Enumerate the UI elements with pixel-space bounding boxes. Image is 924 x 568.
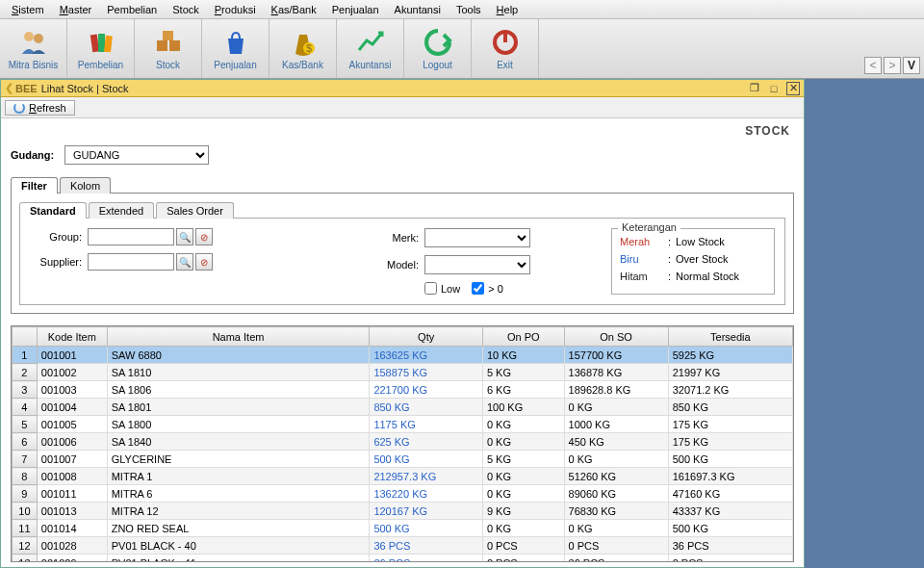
menu-produksi[interactable]: Produksi [207,2,264,17]
stock-table: Kode ItemNama ItemQtyOn POOn SOTersedia … [12,326,793,561]
menu-penjualan[interactable]: Penjualan [324,2,387,17]
people-icon [18,27,49,58]
toolbar-logout[interactable]: Logout [404,19,472,78]
table-row[interactable]: 3001003SA 1806221700 KG6 KG189628.8 KG32… [13,381,793,399]
power-icon [490,27,521,58]
bee-logo: BEE [15,83,38,94]
back-arrow-icon[interactable]: ❮ [5,82,13,94]
table-row[interactable]: 5001005SA 18001175 KG0 KG1000 KG175 KG [13,416,793,433]
table-row[interactable]: 1001001SAW 6880163625 KG10 KG157700 KG59… [13,347,793,364]
nav-next-button[interactable]: > [884,57,901,74]
menu-kas/bank[interactable]: Kas/Bank [264,2,324,17]
supplier-label: Supplier: [30,256,88,268]
table-row[interactable]: 9001011MITRA 6136220 KG0 KG89060 KG47160… [13,485,793,503]
group-search-button[interactable]: 🔍 [176,228,193,245]
svg-rect-6 [169,40,180,51]
legend-row: Merah:Low Stock [620,233,766,250]
merk-select[interactable] [424,228,530,247]
toolbar-stock[interactable]: Stock [135,19,202,78]
supplier-input[interactable] [88,253,174,271]
refresh-button[interactable]: Refresh [5,100,75,116]
minimize-icon[interactable]: ❐ [748,82,761,95]
menu-sistem[interactable]: Sistem [4,2,52,17]
gudang-select[interactable]: GUDANG [64,145,209,165]
col-header[interactable]: Qty [370,327,483,347]
close-icon[interactable]: ✕ [786,82,800,95]
menu-help[interactable]: Help [489,2,526,17]
toolbar-mitra-bisnis[interactable]: Mitra Bisnis [0,19,67,78]
menu-pembelian[interactable]: Pembelian [99,2,165,17]
action-bar: Refresh [1,97,804,118]
table-row[interactable]: 8001008MITRA 1212957.3 KG0 KG51260 KG161… [13,468,793,485]
books-icon [86,27,116,58]
supplier-clear-button[interactable]: ⊘ [195,253,213,271]
svg-point-1 [34,34,43,43]
toolbar-penjualan[interactable]: Penjualan [202,19,270,78]
svg-rect-5 [157,40,167,51]
supplier-search-button[interactable]: 🔍 [176,253,193,271]
svg-rect-7 [163,31,173,40]
maximize-icon[interactable]: □ [767,82,781,95]
menubar: SistemMasterPembelianStockProduksiKas/Ba… [0,0,924,19]
toolbar-kas-bank[interactable]: $Kas/Bank [270,19,337,78]
legend-row: Biru:Over Stock [620,250,766,268]
stock-panel: ❮ BEE Lihat Stock | Stock ❐ □ ✕ Refresh … [0,79,805,568]
table-row[interactable]: 10001013MITRA 12120167 KG9 KG76830 KG433… [13,503,793,520]
table-row[interactable]: 11001014ZNO RED SEAL500 KG0 KG0 KG500 KG [13,520,793,537]
side-strip [805,79,924,568]
col-header[interactable]: Nama Item [107,327,370,347]
low-checkbox[interactable] [424,282,437,295]
nav-v-button[interactable]: V [903,57,920,74]
menu-stock[interactable]: Stock [165,2,207,17]
svg-rect-2 [90,35,98,53]
menu-tools[interactable]: Tools [449,2,489,17]
table-row[interactable]: 2001002SA 1810158875 KG5 KG136878 KG2199… [13,364,793,381]
table-scroll[interactable]: Kode ItemNama ItemQtyOn POOn SOTersedia … [12,326,793,561]
gt0-checkbox[interactable] [472,282,484,295]
table-row[interactable]: 13001029PV01 BLACK - 4136 PCS0 PCS36 PCS… [13,555,793,562]
table-row[interactable]: 12001028PV01 BLACK - 4036 PCS0 PCS0 PCS3… [13,537,793,555]
legend-row: Hitam:Normal Stock [620,268,766,285]
low-label: Low [441,283,460,295]
gt0-label: > 0 [488,283,503,295]
table-row[interactable]: 7001007GLYCERINE500 KG5 KG0 KG500 KG [13,451,793,468]
table-row[interactable]: 4001004SA 1801850 KG100 KG0 KG850 KG [13,399,793,416]
table-row[interactable]: 6001006SA 1840625 KG0 KG450 KG175 KG [13,433,793,451]
col-header[interactable]: On SO [564,327,668,347]
refresh-icon [13,102,25,114]
menu-akuntansi[interactable]: Akuntansi [387,2,449,17]
svg-point-0 [24,32,34,41]
nav-prev-button[interactable]: < [864,57,882,74]
bag-icon [220,27,251,58]
model-select[interactable] [424,255,530,274]
toolbar-exit[interactable]: Exit [472,19,539,78]
col-header[interactable]: Tersedia [668,327,792,347]
panel-title: Lihat Stock | Stock [41,83,129,94]
col-header[interactable]: On PO [482,327,564,347]
inner-tabstrip: Standard Extended Sales Order [19,201,785,219]
tab-filter[interactable]: Filter [11,177,58,194]
tab-sales-order[interactable]: Sales Order [156,202,234,219]
group-input[interactable] [88,228,174,245]
tab-kolom[interactable]: Kolom [60,177,111,194]
toolbar-pembelian[interactable]: Pembelian [67,19,135,78]
tab-standard[interactable]: Standard [19,202,87,219]
col-header[interactable]: Kode Item [37,327,107,347]
boxes-icon [153,27,184,58]
svg-rect-3 [98,34,105,52]
group-clear-button[interactable]: ⊘ [195,228,213,245]
main-toolbar: Mitra BisnisPembelianStockPenjualan$Kas/… [0,19,924,79]
model-label: Model: [376,259,424,271]
stock-table-container: Kode ItemNama ItemQtyOn POOn SOTersedia … [11,325,794,562]
chart-icon [355,27,386,58]
panel-titlebar: ❮ BEE Lihat Stock | Stock ❐ □ ✕ [1,80,804,97]
legend-title: Keterangan [618,221,680,233]
section-heading: STOCK [1,118,804,142]
tab-extended[interactable]: Extended [89,202,154,219]
merk-label: Merk: [376,232,424,244]
filter-tabstrip: Filter Kolom [11,176,794,194]
toolbar-akuntansi[interactable]: Akuntansi [337,19,404,78]
col-header[interactable] [13,327,38,347]
moneybag-icon: $ [288,27,319,58]
menu-master[interactable]: Master [52,2,100,17]
